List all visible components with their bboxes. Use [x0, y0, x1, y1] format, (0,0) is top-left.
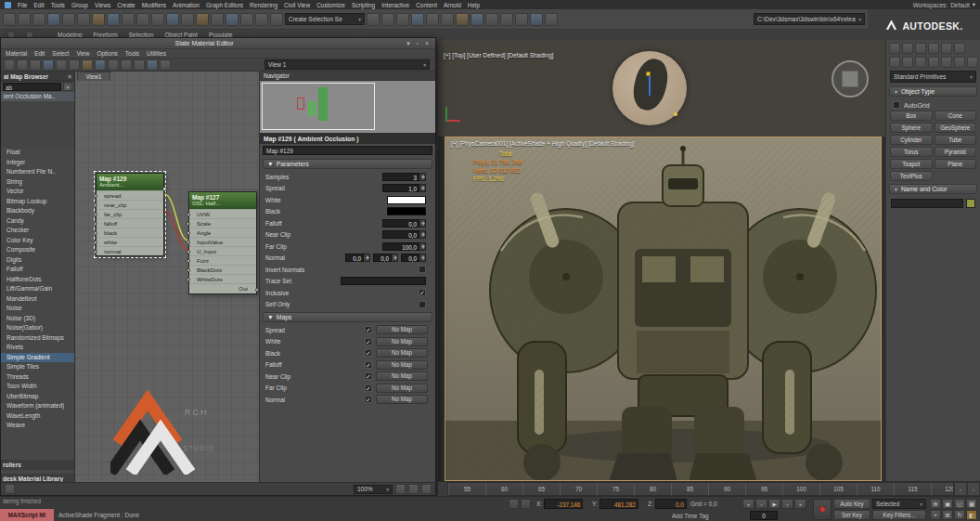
slate-title-bar[interactable]: Slate Material Editor ▾ ▫ ×: [1, 38, 435, 49]
timeline-tick[interactable]: 65: [522, 483, 560, 495]
rendered-frame-icon[interactable]: [500, 13, 513, 26]
geometry-icon[interactable]: [889, 57, 900, 68]
viewport-nav-button[interactable]: ⌖: [930, 510, 941, 520]
menu-item[interactable]: Rendering: [250, 2, 277, 8]
list-item[interactable]: Waveform (animated): [1, 401, 74, 411]
active-view-dropdown[interactable]: View 1 ▾: [264, 59, 430, 70]
transport-button[interactable]: »: [794, 499, 806, 509]
node-input-pin[interactable]: WhiteDots: [189, 274, 256, 283]
bind-to-spacewarp-icon[interactable]: [32, 13, 45, 26]
activeshade-viewport-label[interactable]: [+] [PhysCamera001] [ActiveShade + High …: [451, 140, 635, 147]
transport-button[interactable]: ▶: [768, 499, 780, 509]
normal-z-spinner[interactable]: 0,0: [401, 254, 426, 262]
maxscript-mini-listener[interactable]: MAXScript Mi: [0, 509, 54, 521]
hierarchy-tab-icon[interactable]: [915, 43, 926, 54]
normal-y-spinner[interactable]: 0,0: [373, 254, 398, 262]
hide-unused-slots-icon[interactable]: [82, 59, 93, 71]
node-header[interactable]: Map #127 OSL: Half...: [189, 192, 256, 209]
graphite-ribbon-icon[interactable]: [426, 13, 439, 26]
render-production-icon[interactable]: [515, 13, 528, 26]
show-shaded-in-viewport-icon[interactable]: [95, 59, 106, 71]
motion-tab-icon[interactable]: [928, 43, 939, 54]
white-color-swatch[interactable]: [387, 196, 426, 204]
menu-item[interactable]: Create: [117, 2, 135, 8]
spinner-arrows-icon[interactable]: [364, 254, 370, 262]
map-enable-checkbox[interactable]: ✓: [365, 338, 372, 345]
move-gizmo-handle[interactable]: [646, 72, 651, 76]
list-item[interactable]: Mandelbrot: [1, 294, 74, 305]
black-color-swatch[interactable]: [387, 207, 426, 215]
list-item[interactable]: Weave: [1, 421, 74, 431]
spread-spinner[interactable]: 1,0: [382, 184, 426, 192]
edit-named-selections-icon[interactable]: [270, 13, 283, 26]
pin-dot-icon[interactable]: [94, 250, 97, 254]
map-slot-button[interactable]: No Map: [376, 384, 428, 393]
pin-dot-icon[interactable]: [187, 231, 190, 235]
menu-item[interactable]: Civil View: [284, 2, 310, 8]
map-slot-button[interactable]: No Map: [376, 348, 428, 358]
zoom-extents-icon[interactable]: [421, 484, 432, 494]
layer-manager-icon[interactable]: [411, 13, 424, 26]
node-input-pin[interactable]: normal: [97, 246, 163, 255]
workspaces-dropdown[interactable]: Workspaces: Default ▾: [913, 1, 975, 8]
list-item[interactable]: Randomized Bitmaps: [1, 333, 74, 344]
map-slot-button[interactable]: No Map: [376, 360, 428, 370]
timeline-tick[interactable]: 80: [634, 483, 671, 495]
spinner-snap-icon[interactable]: [255, 13, 268, 26]
selection-lock-icon[interactable]: [509, 499, 519, 509]
activeshade-icon[interactable]: [545, 13, 558, 26]
viewport-nav-button[interactable]: ◧: [966, 510, 977, 520]
navigator-minimap[interactable]: [260, 81, 435, 134]
node-output-row[interactable]: Out: [189, 283, 256, 293]
timeline-tick[interactable]: 90: [708, 483, 745, 495]
timeline-tick[interactable]: 60: [485, 483, 522, 495]
search-input[interactable]: ab: [3, 83, 61, 91]
isolate-selection-icon[interactable]: [521, 499, 531, 509]
list-item[interactable]: String: [1, 177, 74, 188]
menu-item[interactable]: Content: [416, 2, 437, 8]
viewcube-top-face[interactable]: [842, 71, 858, 87]
viewport-nav-button[interactable]: ▣: [942, 499, 953, 509]
pin-dot-icon[interactable]: [187, 259, 190, 263]
list-item[interactable]: Float: [1, 148, 74, 158]
viewcube[interactable]: [832, 60, 869, 98]
timeline-tick[interactable]: 55: [448, 483, 485, 495]
trace-set-field[interactable]: [341, 277, 426, 285]
viewport-nav-button[interactable]: ↻: [954, 510, 965, 520]
primitive-button[interactable]: TextPlus: [890, 171, 933, 181]
undo-icon[interactable]: [47, 13, 60, 26]
align-icon[interactable]: [381, 13, 394, 26]
select-tool-icon[interactable]: [4, 59, 15, 71]
list-item[interactable]: Simple Tiles: [1, 362, 74, 372]
timeline-tick[interactable]: 110: [857, 483, 894, 495]
pin-dot-icon[interactable]: [187, 278, 190, 281]
menu-item[interactable]: Customize: [316, 2, 345, 8]
primitive-button[interactable]: Cylinder: [890, 135, 933, 145]
transport-button[interactable]: «: [742, 499, 754, 509]
node-input-pin[interactable]: InputValue: [189, 237, 256, 246]
scale-icon[interactable]: [181, 13, 194, 26]
menu-item[interactable]: Views: [95, 2, 110, 8]
helpers-icon[interactable]: [941, 57, 952, 68]
crossing-selection-icon[interactable]: [136, 13, 149, 26]
near-clip-spinner[interactable]: 0,0: [382, 230, 426, 239]
primitive-button[interactable]: Sphere: [890, 123, 933, 133]
node-input-pin[interactable]: U_Input: [189, 246, 256, 255]
timeline-tick[interactable]: 100: [782, 483, 819, 495]
map-name-field[interactable]: Map #129: [263, 146, 432, 155]
search-result-item[interactable]: ient Occlusion Ma..: [1, 92, 74, 101]
rotate-icon[interactable]: [166, 13, 179, 26]
node-input-pin[interactable]: Scale: [189, 218, 256, 228]
menu-item[interactable]: Help: [468, 2, 480, 8]
pin-dot-icon[interactable]: [94, 194, 97, 198]
node-header[interactable]: Map #129 Ambient...: [97, 174, 163, 190]
spacewarps-icon[interactable]: [954, 57, 965, 68]
map-enable-checkbox[interactable]: ✓: [365, 384, 372, 392]
move-children-icon[interactable]: [69, 59, 80, 71]
cameras-icon[interactable]: [928, 57, 939, 68]
node-input-pin[interactable]: spread: [97, 190, 163, 200]
menu-item[interactable]: Animation: [173, 2, 200, 8]
zoom-region-icon[interactable]: [395, 484, 406, 494]
set-keys-button[interactable]: [813, 499, 832, 520]
zoom-extents-icon[interactable]: [147, 59, 158, 71]
